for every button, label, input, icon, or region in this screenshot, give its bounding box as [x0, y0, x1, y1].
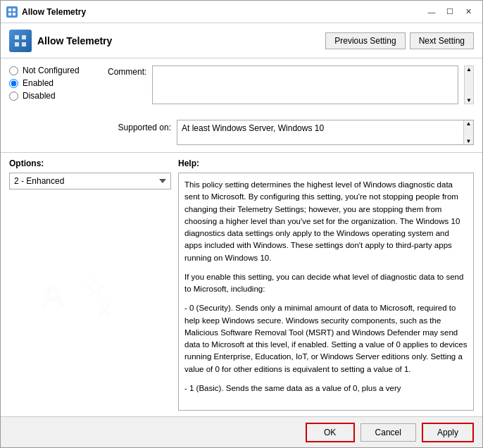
help-header: Help: [178, 158, 474, 168]
main-window: Allow Telemetry — ☐ ✕ Allow Telemetry Pr… [0, 0, 483, 448]
options-dropdown[interactable]: 0 - Security 1 - Basic 2 - Enhanced 3 - … [9, 173, 171, 189]
cancel-button[interactable]: Cancel [360, 423, 416, 442]
supported-label: Supported on: [108, 120, 171, 132]
main-section: Options: 0 - Security 1 - Basic 2 - Enha… [1, 153, 482, 416]
radio-enabled-input[interactable] [9, 79, 18, 88]
scroll-up-arrow[interactable]: ▲ [465, 66, 473, 73]
previous-setting-button[interactable]: Previous Setting [325, 32, 405, 49]
supported-area: Supported on: At least Windows Server, W… [108, 120, 474, 145]
supported-scroll-up[interactable]: ▲ [464, 120, 473, 127]
header-buttons: Previous Setting Next Setting [325, 32, 474, 49]
maximize-button[interactable]: ☐ [441, 5, 458, 19]
options-panel: Options: 0 - Security 1 - Basic 2 - Enha… [9, 158, 171, 411]
svg-rect-0 [8, 8, 11, 11]
comment-textarea[interactable] [152, 66, 458, 104]
header-left: Allow Telemetry [9, 30, 112, 52]
help-text-container[interactable]: This policy setting determines the highe… [178, 173, 474, 411]
close-button[interactable]: ✕ [460, 5, 477, 19]
window-title: Allow Telemetry [22, 7, 86, 17]
radio-disabled[interactable]: Disabled [9, 91, 108, 101]
help-paragraph-1: This policy setting determines the highe… [184, 179, 468, 264]
supported-value: At least Windows Server, Windows 10 [182, 123, 324, 133]
help-text: This policy setting determines the highe… [179, 173, 473, 407]
radio-disabled-label: Disabled [23, 91, 56, 101]
header-title: Allow Telemetry [37, 35, 112, 46]
svg-rect-6 [15, 42, 19, 46]
supported-scroll-down[interactable]: ▼ [464, 138, 473, 144]
supported-box: At least Windows Server, Windows 10 ▲ ▼ [177, 120, 474, 145]
header-bar: Allow Telemetry Previous Setting Next Se… [1, 23, 482, 58]
title-bar-left: Allow Telemetry [6, 6, 86, 18]
minimize-button[interactable]: — [423, 5, 440, 19]
help-panel: Help: This policy setting determines the… [178, 158, 474, 411]
content-area: Not Configured Enabled Disabled Comment: [1, 58, 482, 416]
ok-button[interactable]: OK [306, 423, 355, 442]
svg-rect-5 [22, 35, 26, 39]
title-bar-controls: — ☐ ✕ [423, 5, 477, 19]
apply-button[interactable]: Apply [422, 423, 474, 442]
svg-rect-4 [15, 35, 19, 39]
radio-disabled-input[interactable] [9, 92, 18, 101]
radio-not-configured[interactable]: Not Configured [9, 66, 108, 75]
comment-label: Comment: [108, 66, 146, 77]
radio-enabled[interactable]: Enabled [9, 78, 108, 88]
help-paragraph-2: If you enable this setting, you can deci… [184, 271, 468, 296]
svg-text:X: X [97, 297, 113, 323]
radio-group: Not Configured Enabled Disabled [9, 66, 108, 145]
window-icon [6, 6, 18, 18]
svg-rect-2 [8, 13, 11, 15]
footer: OK Cancel Apply [1, 416, 482, 447]
header-icon [9, 30, 32, 52]
scroll-down-arrow[interactable]: ▼ [465, 97, 473, 104]
title-bar: Allow Telemetry — ☐ ✕ [1, 1, 482, 23]
svg-rect-7 [22, 42, 26, 46]
comment-area: Comment: ▲ ▼ [108, 66, 474, 104]
options-header: Options: [9, 158, 171, 168]
top-section: Not Configured Enabled Disabled Comment: [1, 58, 482, 153]
radio-enabled-label: Enabled [23, 78, 54, 88]
radio-not-configured-label: Not Configured [23, 66, 80, 75]
svg-rect-3 [13, 13, 15, 15]
supported-scrollbar: ▲ ▼ [463, 120, 473, 144]
comment-scrollbar: ▲ ▼ [464, 66, 474, 104]
radio-not-configured-input[interactable] [9, 66, 18, 75]
next-setting-button[interactable]: Next Setting [410, 32, 474, 49]
svg-text:A: A [41, 277, 65, 314]
help-paragraph-3: - 0 (Security). Sends only a minimal amo… [184, 302, 468, 375]
help-paragraph-4: - 1 (Basic). Sends the same data as a va… [184, 382, 468, 394]
options-watermark: A ☆ X [9, 189, 171, 411]
svg-rect-1 [13, 8, 15, 11]
